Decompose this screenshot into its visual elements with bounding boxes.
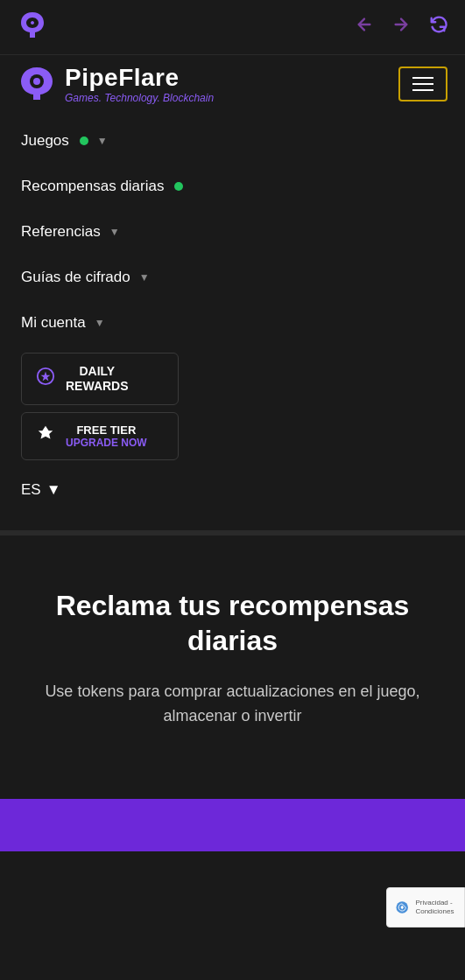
free-tier-button[interactable]: FREE TIER UPGRADE NOW bbox=[21, 412, 179, 460]
action-buttons: DAILY REWARDS FREE TIER UPGRADE NOW bbox=[0, 346, 465, 467]
referencias-chevron-icon: ▼ bbox=[109, 226, 120, 238]
hero-subtitle: Use tokens para comprar actualizaciones … bbox=[26, 679, 439, 730]
nav-label-referencias: Referencias bbox=[21, 223, 101, 241]
language-chevron-icon: ▼ bbox=[46, 481, 61, 499]
pipeflare-small-logo bbox=[18, 10, 47, 40]
nav-item-cuenta[interactable]: Mi cuenta ▼ bbox=[0, 300, 465, 346]
recaptcha-text: Privacidad - Condiciones bbox=[415, 899, 455, 917]
svg-point-1 bbox=[33, 78, 40, 85]
guias-chevron-icon: ▼ bbox=[139, 271, 150, 284]
juegos-status-dot bbox=[80, 136, 88, 145]
brand-tagline: Games. Technology. Blockchain bbox=[65, 92, 214, 104]
language-current: ES bbox=[21, 481, 41, 499]
language-selector[interactable]: ES ▼ bbox=[0, 467, 465, 513]
hero-title: Reclama tus recompensas diarias bbox=[26, 588, 439, 658]
top-bar-actions bbox=[355, 15, 447, 39]
cuenta-chevron-icon: ▼ bbox=[95, 317, 105, 329]
pipeflare-logo bbox=[18, 65, 56, 103]
header: PipeFlare Games. Technology. Blockchain bbox=[0, 55, 465, 109]
hero-section: Reclama tus recompensas diarias Use toke… bbox=[0, 536, 465, 765]
top-bar bbox=[0, 0, 465, 55]
nav-label-guias: Guías de cifrado bbox=[21, 269, 130, 286]
hamburger-button[interactable] bbox=[398, 66, 447, 102]
nav-label-juegos: Juegos bbox=[21, 132, 69, 150]
nav-item-juegos[interactable]: Juegos ▼ bbox=[0, 118, 465, 164]
forward-icon[interactable] bbox=[391, 15, 411, 39]
nav-label-recompensas: Recompensas diarias bbox=[21, 178, 164, 195]
rewards-star-icon bbox=[36, 367, 55, 390]
nav-item-recompensas[interactable]: Recompensas diarias bbox=[0, 164, 465, 209]
hamburger-icon bbox=[412, 77, 433, 91]
daily-label: DAILY bbox=[66, 364, 129, 379]
nav-label-cuenta: Mi cuenta bbox=[21, 314, 86, 332]
free-tier-top-label: FREE TIER bbox=[66, 424, 147, 437]
juegos-chevron-icon: ▼ bbox=[97, 135, 108, 147]
rewards-label: REWARDS bbox=[66, 379, 129, 394]
top-bar-logo-area bbox=[18, 10, 47, 44]
nav-menu: Juegos ▼ Recompensas diarias Referencias… bbox=[0, 109, 465, 530]
brand-text: PipeFlare Games. Technology. Blockchain bbox=[65, 64, 214, 104]
purple-footer-bar bbox=[0, 799, 465, 851]
free-tier-text: FREE TIER UPGRADE NOW bbox=[66, 424, 147, 449]
upgrade-now-label: UPGRADE NOW bbox=[66, 437, 147, 449]
daily-rewards-button[interactable]: DAILY REWARDS bbox=[21, 353, 179, 405]
recaptcha-badge[interactable]: Privacidad - Condiciones bbox=[386, 887, 465, 928]
nav-item-guias[interactable]: Guías de cifrado ▼ bbox=[0, 255, 465, 300]
back-icon[interactable] bbox=[355, 15, 374, 39]
recompensas-status-dot bbox=[174, 182, 183, 191]
brand-name: PipeFlare bbox=[65, 64, 214, 92]
nav-item-referencias[interactable]: Referencias ▼ bbox=[0, 209, 465, 255]
recaptcha-logo bbox=[396, 895, 408, 920]
header-brand: PipeFlare Games. Technology. Blockchain bbox=[18, 64, 214, 104]
refresh-icon[interactable] bbox=[428, 15, 447, 39]
tier-upgrade-icon bbox=[36, 424, 55, 448]
